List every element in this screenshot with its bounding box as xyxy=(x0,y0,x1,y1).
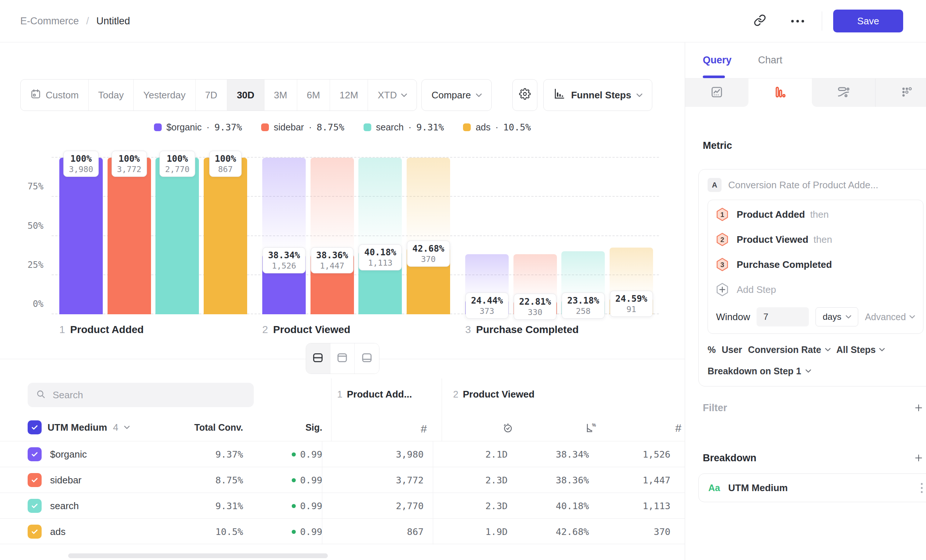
add-step-button[interactable]: Add Step xyxy=(716,282,915,297)
count-metric-icon[interactable]: # xyxy=(675,422,681,435)
search-icon xyxy=(36,389,46,401)
funnel-chart-tab-active[interactable] xyxy=(749,79,812,107)
topbar: E-Commerce / Untitled Save xyxy=(0,0,926,42)
avg-time-icon[interactable] xyxy=(502,422,514,435)
legend-item-search[interactable]: search · 9.31% xyxy=(363,122,444,133)
svg-text:2: 2 xyxy=(720,236,724,244)
filter-section-row: Filter xyxy=(703,401,924,415)
count-metric-icon[interactable]: # xyxy=(421,422,427,435)
chart-settings-button[interactable] xyxy=(512,79,537,111)
row-checkbox[interactable] xyxy=(28,447,42,461)
bar-sidebar-step1[interactable]: 100% 3,772 xyxy=(107,158,151,314)
breakdown-on-step-dropdown[interactable]: Breakdown on Step 1 xyxy=(708,365,923,377)
measure-entity[interactable]: User xyxy=(722,345,742,355)
tab-query[interactable]: Query xyxy=(703,54,732,66)
bar-ads-step3[interactable]: 24.59% 91 xyxy=(610,158,653,314)
search-input[interactable] xyxy=(53,389,230,401)
bar-ads-step1[interactable]: 100% 867 xyxy=(204,158,247,314)
bar-organic-step1[interactable]: 100% 3,980 xyxy=(59,158,103,314)
step-number-badge: 1 xyxy=(716,207,729,221)
share-link-button[interactable] xyxy=(750,11,770,31)
breakdown-item-menu-button[interactable] xyxy=(921,483,923,493)
range-7d[interactable]: 7D xyxy=(195,80,227,110)
range-custom[interactable]: Custom xyxy=(21,80,89,110)
save-button[interactable]: Save xyxy=(833,9,903,32)
legend-swatch xyxy=(463,123,471,131)
legend-item-sidebar[interactable]: sidebar · 8.75% xyxy=(261,122,344,133)
breakdown-label: Breakdown xyxy=(703,453,757,464)
legend-item-organic[interactable]: $organic · 9.37% xyxy=(154,122,242,133)
layout-chart-only-button[interactable] xyxy=(330,344,355,374)
compare-button[interactable]: Compare xyxy=(421,79,492,111)
range-yesterday[interactable]: Yesterday xyxy=(134,80,195,110)
add-breakdown-button[interactable] xyxy=(914,453,924,463)
range-6m[interactable]: 6M xyxy=(297,80,330,110)
window-value-input[interactable] xyxy=(757,307,809,327)
horizontal-scrollbar-thumb[interactable] xyxy=(68,553,328,558)
chevron-down-icon xyxy=(637,93,642,97)
range-30d-selected[interactable]: 30D xyxy=(227,80,265,110)
range-3m[interactable]: 3M xyxy=(265,80,297,110)
chart-type-button[interactable]: Funnel Steps xyxy=(543,79,652,111)
tab-chart[interactable]: Chart xyxy=(758,54,782,66)
sig-column-header[interactable]: Sig. xyxy=(243,422,322,433)
step1-column-title[interactable]: 1 Product Add... xyxy=(337,389,427,400)
bottom-panel-layout-icon xyxy=(361,351,373,365)
more-menu-button[interactable] xyxy=(787,11,808,31)
measure-metric-dropdown[interactable]: Conversion Rate xyxy=(748,345,831,355)
add-filter-button[interactable] xyxy=(914,403,924,413)
bar-organic-step3[interactable]: 24.44% 373 xyxy=(465,158,509,314)
layout-table-only-button[interactable] xyxy=(355,344,379,374)
panel-layout-toggle-row xyxy=(0,343,685,375)
funnel-step-2[interactable]: 2 Product Viewed then xyxy=(716,232,915,247)
bar-search-step1[interactable]: 100% 2,770 xyxy=(156,158,199,314)
funnel-step-3[interactable]: 3 Purchase Completed xyxy=(716,257,915,272)
scatter-chart-tab[interactable] xyxy=(875,79,926,107)
chart-type-tabs xyxy=(685,78,926,107)
window-unit-select[interactable]: days xyxy=(816,307,858,327)
range-today[interactable]: Today xyxy=(89,80,134,110)
row-checkbox[interactable] xyxy=(28,473,42,487)
layout-toggle-group xyxy=(306,343,380,374)
conversion-rate-icon[interactable]: % xyxy=(585,422,597,435)
bar-ads-step2[interactable]: 42.68% 370 xyxy=(407,158,450,314)
step2-column-title[interactable]: 2 Product Viewed xyxy=(442,389,685,400)
metric-name-row[interactable]: A Conversion Rate of Product Adde... xyxy=(708,177,923,192)
add-step-hexagon-icon xyxy=(716,283,729,297)
row-checkbox[interactable] xyxy=(28,525,42,539)
bar-value-card: 100% 867 xyxy=(209,151,242,177)
layout-split-button[interactable] xyxy=(306,344,330,374)
line-chart-icon xyxy=(710,85,723,100)
bar-value-card: 24.44% 373 xyxy=(466,292,509,319)
y-tick-0: 0% xyxy=(21,299,44,309)
bar-sidebar-step3[interactable]: 22.81% 330 xyxy=(513,158,557,314)
conversion-window-row: Window days Advanced xyxy=(716,307,915,327)
bar-organic-step2[interactable]: 38.34% 1,526 xyxy=(262,158,306,314)
legend-item-ads[interactable]: ads · 10.5% xyxy=(463,122,531,133)
bar-ghost xyxy=(610,248,653,298)
range-xtd[interactable]: XTD xyxy=(368,80,417,110)
svg-text:%: % xyxy=(592,422,596,428)
range-12m[interactable]: 12M xyxy=(330,80,368,110)
measure-row: % User Conversion Rate All Steps xyxy=(708,344,923,356)
dots-grid-icon xyxy=(900,85,914,100)
line-chart-tab[interactable] xyxy=(685,79,749,107)
bar-sidebar-step2[interactable]: 38.36% 1,447 xyxy=(310,158,354,314)
row-checkbox[interactable] xyxy=(28,499,42,513)
string-property-icon: Aa xyxy=(708,483,720,493)
measure-scope-dropdown[interactable]: All Steps xyxy=(837,345,885,355)
bar-search-step3[interactable]: 23.18% 258 xyxy=(561,158,605,314)
x-axis-labels: 1 Product Added 2 Product Viewed 3 Purch… xyxy=(59,324,659,336)
breadcrumb-parent[interactable]: E-Commerce xyxy=(20,15,79,27)
funnel-step-1[interactable]: 1 Product Added then xyxy=(716,207,915,222)
breadcrumb-current[interactable]: Untitled xyxy=(97,15,130,27)
utm-medium-dropdown[interactable]: UTM Medium 4 xyxy=(28,420,135,434)
flow-chart-tab[interactable] xyxy=(812,79,875,107)
breakdown-item-utm-medium[interactable]: Aa UTM Medium xyxy=(698,474,926,502)
advanced-toggle[interactable]: Advanced xyxy=(865,312,915,322)
y-tick-25: 25% xyxy=(21,260,44,270)
bar-search-step2[interactable]: 40.18% 1,113 xyxy=(359,158,402,314)
calendar-icon xyxy=(30,88,41,102)
total-conv-column-header[interactable]: Total Conv. xyxy=(135,422,243,433)
select-all-checkbox[interactable] xyxy=(28,420,42,434)
